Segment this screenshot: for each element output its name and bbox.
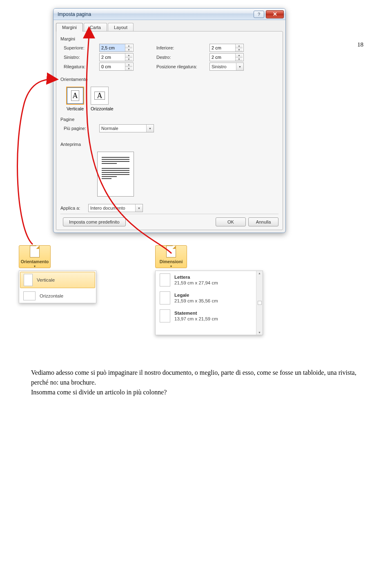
portrait-icon (24, 274, 33, 286)
label-destro: Destro: (156, 55, 209, 60)
group-orientamento: Orientamento (60, 77, 278, 82)
page-size-icon (160, 291, 170, 304)
label-sinistro: Sinistro: (60, 55, 99, 60)
label-rilegatura: Rilegatura: (60, 64, 99, 69)
select-pos-rilegatura[interactable]: Sinistro ▼ (209, 63, 244, 71)
scrollbar[interactable]: ▲▼ (256, 271, 263, 335)
dialog-tabs: Margini Carta Layout (53, 20, 285, 31)
page-icon (30, 246, 40, 257)
label-applica-a: Applica a: (60, 206, 88, 210)
document-page: Imposta pagina ? ✕ Margini Carta Layout … (0, 0, 392, 65)
cancel-button[interactable]: Annulla (248, 217, 278, 226)
chevron-down-icon[interactable]: ▼ (236, 63, 243, 70)
orientation-landscape-option[interactable]: A Orizzontale (91, 87, 114, 111)
tab-carta[interactable]: Carta (84, 23, 107, 31)
dropdown-item-lettera[interactable]: Lettera 21,59 cm x 27,94 cm (156, 271, 255, 289)
group-margini: Margini (60, 36, 278, 41)
page-size-icon (160, 309, 170, 322)
chevron-down-icon[interactable]: ▼ (135, 204, 143, 212)
tab-layout[interactable]: Layout (108, 23, 134, 31)
dialog-titlebar[interactable]: Imposta pagina ? ✕ (53, 9, 285, 20)
label-pos-rilegatura: Posizione rilegatura: (156, 64, 209, 69)
dropdown-item-verticale[interactable]: Verticale (20, 272, 95, 288)
page-preview (97, 152, 134, 197)
label-superiore: Superiore: (60, 45, 99, 50)
tab-margini[interactable]: Margini (56, 23, 83, 31)
chevron-down-icon[interactable]: ▼ (146, 125, 154, 132)
page-number: 18 (357, 41, 363, 48)
orientamento-dropdown: Verticale Orizzontale (19, 271, 96, 303)
close-button[interactable]: ✕ (266, 10, 284, 18)
help-button[interactable]: ? (254, 11, 264, 18)
input-inferiore[interactable]: ▲▼ (209, 44, 244, 52)
spinner-arrows[interactable]: ▲▼ (125, 44, 132, 51)
input-sinistro[interactable]: ▲▼ (99, 53, 134, 61)
ok-button[interactable]: OK (216, 217, 246, 226)
ribbon-dimensioni-button[interactable]: Dimensioni ▼ (155, 245, 187, 268)
orientation-portrait-option[interactable]: A Verticale (66, 87, 84, 111)
set-default-button[interactable]: Imposta come predefinito (63, 217, 126, 226)
select-applica-a[interactable]: Intero documento ▼ (88, 204, 143, 212)
input-rilegatura[interactable]: ▲▼ (99, 63, 134, 71)
chevron-down-icon: ▼ (170, 265, 173, 268)
page-size-icon (160, 273, 170, 286)
page-icon (166, 246, 176, 257)
ribbon-orientamento-button[interactable]: Orientamento ▼ (19, 245, 51, 268)
dialog-title: Imposta pagina (58, 11, 252, 17)
group-pagine: Pagine (60, 117, 278, 122)
landscape-icon (23, 291, 36, 300)
label-piu-pagine: Più pagine: (60, 126, 99, 131)
dimensioni-dropdown: Lettera 21,59 cm x 27,94 cm Legale 21,59… (155, 271, 263, 335)
label-inferiore: Inferiore: (156, 45, 209, 50)
dropdown-item-legale[interactable]: Legale 21,59 cm x 35,56 cm (156, 289, 255, 307)
group-anteprima: Anteprima (60, 142, 278, 147)
input-superiore[interactable]: ▲▼ (99, 44, 134, 52)
dropdown-item-statement[interactable]: Statement 13,97 cm x 21,59 cm (156, 307, 255, 325)
dropdown-item-orizzontale[interactable]: Orizzontale (19, 289, 96, 303)
body-paragraph: Vediamo adesso come si può impaginare il… (31, 368, 358, 397)
tab-body: Margini Superiore: ▲▼ Inferiore: ▲▼ Sini… (56, 31, 283, 230)
page-setup-dialog: Imposta pagina ? ✕ Margini Carta Layout … (53, 8, 286, 233)
select-piu-pagine[interactable]: Normale ▼ (99, 124, 154, 132)
input-destro[interactable]: ▲▼ (209, 53, 244, 61)
chevron-down-icon: ▼ (33, 265, 36, 268)
